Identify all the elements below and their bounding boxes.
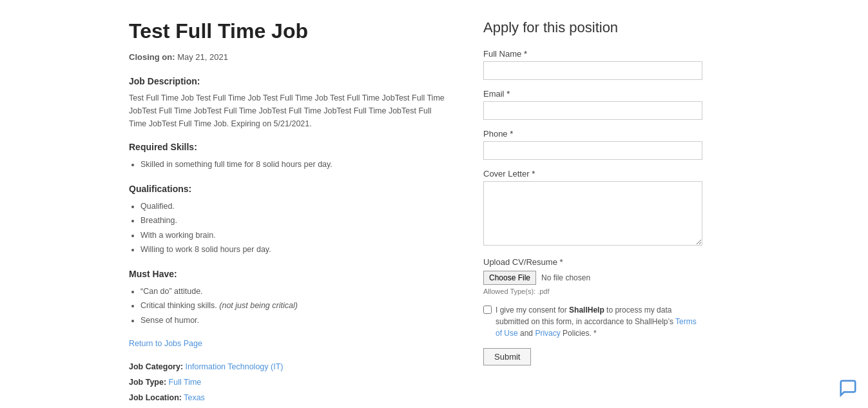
description-text: Test Full Time Job Test Full Time Job Te… (129, 92, 445, 130)
cover-letter-label: Cover Letter * (483, 169, 702, 179)
required-skills-list: Skilled in something full time for 8 sol… (140, 157, 445, 172)
consent-row: I give my consent for ShallHelp to proce… (483, 304, 702, 339)
consent-text: I give my consent for ShallHelp to proce… (496, 304, 702, 339)
list-item: Critical thinking skills. (not just bein… (140, 298, 445, 313)
list-item: Qualified. (140, 199, 445, 214)
job-details: Test Full Time Job Closing on: May 21, 2… (129, 13, 445, 405)
job-title: Test Full Time Job (129, 19, 445, 43)
qualifications-heading: Qualifications: (129, 184, 445, 194)
must-have-list: “Can do” attitude. Critical thinking ski… (140, 284, 445, 328)
list-item: With a working brain. (140, 228, 445, 243)
job-location-link[interactable]: Texas (184, 393, 205, 402)
job-meta: Job Category: Information Technology (IT… (129, 360, 445, 405)
upload-label: Upload CV/Resume * (483, 257, 702, 267)
consent-checkbox[interactable] (483, 306, 492, 314)
allowed-types-text: Allowed Type(s): .pdf (483, 287, 702, 295)
job-type-row: Job Type: Full Time (129, 375, 445, 391)
phone-input[interactable] (483, 141, 702, 160)
phone-label: Phone * (483, 129, 702, 139)
form-title: Apply for this position (483, 19, 702, 36)
email-input[interactable] (483, 101, 702, 120)
list-item: Sense of humor. (140, 313, 445, 328)
full-name-input[interactable] (483, 61, 702, 80)
full-name-group: Full Name * (483, 49, 702, 80)
phone-group: Phone * (483, 129, 702, 160)
email-group: Email * (483, 89, 702, 120)
required-skills-heading: Required Skills: (129, 142, 445, 152)
application-form: Apply for this position Full Name * Emai… (483, 13, 702, 405)
qualifications-list: Qualified. Breathing. With a working bra… (140, 199, 445, 257)
upload-group: Upload CV/Resume * Choose File No file c… (483, 257, 702, 295)
cover-letter-input[interactable] (483, 181, 702, 246)
privacy-link[interactable]: Privacy (535, 329, 560, 338)
choose-file-button[interactable]: Choose File (483, 271, 536, 285)
must-have-heading: Must Have: (129, 269, 445, 279)
return-to-jobs-link[interactable]: Return to Jobs Page (129, 339, 445, 348)
consent-section: I give my consent for ShallHelp to proce… (483, 304, 702, 339)
description-heading: Job Description: (129, 76, 445, 86)
submit-button[interactable]: Submit (483, 348, 531, 365)
email-label: Email * (483, 89, 702, 99)
job-category-row: Job Category: Information Technology (IT… (129, 360, 445, 375)
job-category-link[interactable]: Information Technology (IT) (186, 362, 284, 371)
list-item: Willing to work 8 solid hours per day. (140, 242, 445, 257)
closing-date: Closing on: May 21, 2021 (129, 52, 445, 62)
list-item: Skilled in something full time for 8 sol… (140, 157, 445, 172)
no-file-text: No file chosen (541, 273, 590, 282)
job-location-row: Job Location: Texas (129, 391, 445, 406)
list-item: Breathing. (140, 213, 445, 228)
job-type-link[interactable]: Full Time (169, 378, 202, 387)
file-input-row: Choose File No file chosen (483, 271, 702, 285)
cover-letter-group: Cover Letter * (483, 169, 702, 248)
list-item: “Can do” attitude. (140, 284, 445, 299)
chat-icon[interactable] (838, 378, 858, 398)
full-name-label: Full Name * (483, 49, 702, 59)
